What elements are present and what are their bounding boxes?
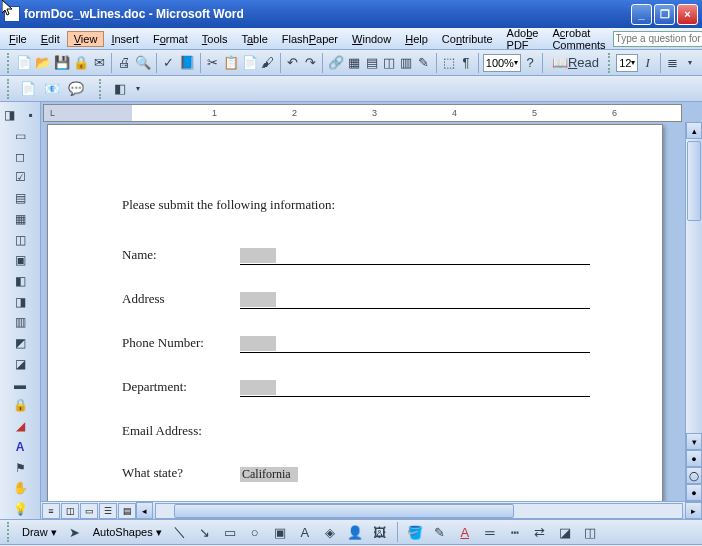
normal-view-button[interactable]: ≡ (42, 503, 60, 519)
undo-button[interactable]: ↶ (285, 52, 301, 74)
menu-acrobat-comments[interactable]: Acrobat Comments (545, 25, 612, 53)
toolbar-grip-2[interactable] (608, 53, 612, 73)
zoom-combo[interactable]: 100%▾ (483, 54, 521, 72)
select-objects-button[interactable]: ➤ (64, 521, 86, 543)
wordart-button[interactable]: A (294, 521, 316, 543)
arrow-style-button[interactable]: ⇄ (529, 521, 551, 543)
lt-btn-12[interactable]: ◪ (10, 354, 30, 374)
browse-select-button[interactable]: ◯ (686, 467, 702, 484)
toolbar-grip-5[interactable] (7, 522, 12, 542)
form-field-box[interactable]: California (240, 467, 298, 482)
format-painter-button[interactable]: 🖌 (260, 52, 276, 74)
scroll-track[interactable] (686, 139, 702, 433)
email-button[interactable]: ✉ (91, 52, 107, 74)
contribute-button[interactable]: ◧ (109, 78, 131, 100)
lt-btn-11[interactable]: ◩ (10, 333, 30, 353)
help-search-input[interactable] (613, 31, 702, 47)
lt-btn-1[interactable]: ▭ (10, 126, 30, 146)
lt-btn-shade[interactable]: ◢ (10, 416, 30, 436)
hscroll-thumb[interactable] (174, 504, 514, 518)
tables-borders-button[interactable]: ▦ (346, 52, 362, 74)
toolbar-grip-3[interactable] (7, 79, 12, 99)
print-view-button[interactable]: ▭ (80, 503, 98, 519)
pdf-button-3[interactable]: 💬 (65, 78, 87, 100)
spelling-button[interactable]: ✓ (160, 52, 176, 74)
print-button[interactable]: 🖨 (116, 52, 132, 74)
contribute-dropdown-icon[interactable]: ▾ (133, 78, 143, 100)
font-color-button[interactable]: A (454, 521, 476, 543)
hscroll-left-button[interactable]: ◂ (136, 502, 153, 519)
reading-view-button[interactable]: ▤ (118, 503, 136, 519)
show-hide-button[interactable]: ¶ (458, 52, 474, 74)
form-field-box[interactable] (240, 336, 276, 351)
picture-button[interactable]: 🖼 (369, 521, 391, 543)
shadow-button[interactable]: ◪ (554, 521, 576, 543)
browse-prev-button[interactable]: ● (686, 450, 702, 467)
lt-btn-6[interactable]: ◫ (10, 230, 30, 250)
scroll-up-button[interactable]: ▴ (686, 122, 702, 139)
lt-btn-10[interactable]: ▥ (10, 313, 30, 333)
field-input-area[interactable]: California (240, 465, 590, 483)
menu-tools[interactable]: Tools (195, 31, 235, 47)
pdf-button-2[interactable]: 📧 (41, 78, 63, 100)
lt-btn-lock[interactable]: 🔒 (10, 396, 30, 416)
more-buttons-icon[interactable]: ▾ (682, 52, 698, 74)
lt-btn-5[interactable]: ▦ (10, 209, 30, 229)
read-button[interactable]: 📖 RReadead (547, 52, 604, 74)
menu-adobe-pdf[interactable]: Adobe PDF (500, 25, 546, 53)
lt-btn-7[interactable]: ▣ (10, 250, 30, 270)
minimize-button[interactable]: _ (631, 4, 652, 25)
lt-btn-4[interactable]: ▤ (10, 188, 30, 208)
drawing-button[interactable]: ✎ (415, 52, 431, 74)
outline-view-button[interactable]: ☰ (99, 503, 117, 519)
field-input-line[interactable] (240, 379, 590, 397)
rectangle-button[interactable]: ▭ (219, 521, 241, 543)
menu-flashpaper[interactable]: FlashPaper (275, 31, 345, 47)
form-field-box[interactable] (240, 380, 276, 395)
form-field-box[interactable] (240, 292, 276, 307)
diagram-button[interactable]: ◈ (319, 521, 341, 543)
textbox-button[interactable]: ▣ (269, 521, 291, 543)
lt-btn-9[interactable]: ◨ (10, 292, 30, 312)
draw-menu[interactable]: Draw ▾ (18, 524, 61, 541)
line-button[interactable]: ＼ (169, 521, 191, 543)
permission-button[interactable]: 🔒 (72, 52, 90, 74)
menu-contribute[interactable]: Contribute (435, 31, 500, 47)
open-button[interactable]: 📂 (34, 52, 52, 74)
lt-btn-8[interactable]: ◧ (10, 271, 30, 291)
lt-btn-hand[interactable]: ✋ (10, 478, 30, 498)
insert-table-button[interactable]: ▤ (363, 52, 379, 74)
menu-insert[interactable]: Insert (104, 31, 146, 47)
3d-button[interactable]: ◫ (579, 521, 601, 543)
new-doc-button[interactable]: 📄 (15, 52, 33, 74)
print-preview-button[interactable]: 🔍 (134, 52, 152, 74)
copy-button[interactable]: 📋 (222, 52, 240, 74)
hyperlink-button[interactable]: 🔗 (327, 52, 345, 74)
zoom-help-button[interactable]: ? (522, 52, 538, 74)
form-field-box[interactable] (240, 248, 276, 263)
redo-button[interactable]: ↷ (302, 52, 318, 74)
oval-button[interactable]: ○ (244, 521, 266, 543)
font-size-combo[interactable]: 12▾ (616, 54, 638, 72)
lt-btn-a[interactable]: A (10, 437, 30, 457)
toolbar-grip[interactable] (7, 53, 11, 73)
lt-btn-13[interactable]: ▬ (10, 375, 30, 395)
maximize-button[interactable]: ❐ (654, 4, 675, 25)
research-button[interactable]: 📘 (178, 52, 196, 74)
menu-help[interactable]: Help (398, 31, 435, 47)
toolbar-grip-4[interactable] (99, 79, 104, 99)
hscroll-track[interactable] (155, 503, 683, 519)
close-button[interactable]: × (677, 4, 698, 25)
hscroll-right-button[interactable]: ▸ (685, 502, 702, 519)
menu-file[interactable]: File (2, 31, 34, 47)
menu-view[interactable]: View (67, 31, 105, 47)
lt-btn-flag[interactable]: ⚑ (10, 458, 30, 478)
scroll-thumb[interactable] (687, 141, 701, 221)
menu-window[interactable]: Window (345, 31, 398, 47)
fill-color-button[interactable]: 🪣 (404, 521, 426, 543)
vruler-toggle[interactable]: ◨ (0, 105, 20, 125)
field-input-line[interactable] (240, 335, 590, 353)
arrow-button[interactable]: ↘ (194, 521, 216, 543)
autoshapes-menu[interactable]: AutoShapes ▾ (89, 524, 166, 541)
columns-button[interactable]: ▥ (398, 52, 414, 74)
